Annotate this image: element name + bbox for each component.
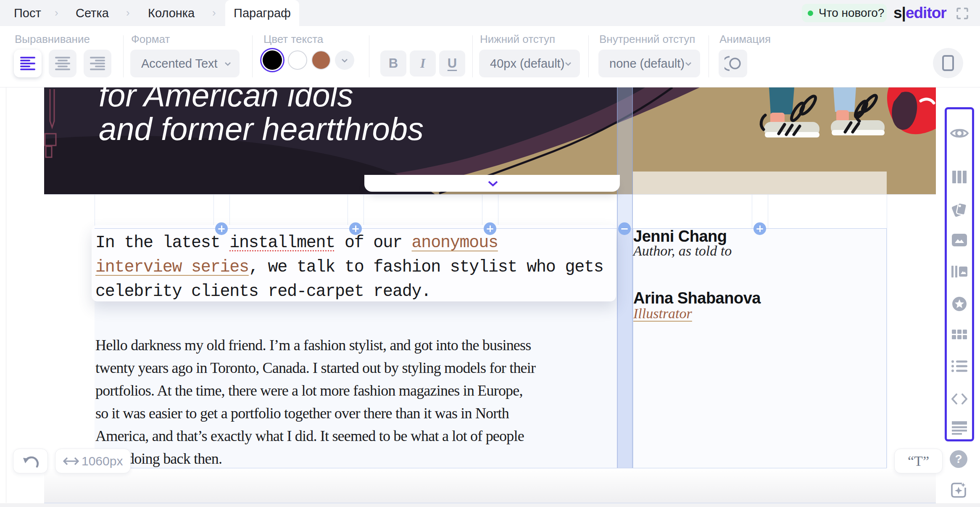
selected-column[interactable] — [633, 228, 887, 507]
chevron-right-icon: › — [212, 0, 216, 26]
hero-title-line2: and former heartthrobs — [99, 111, 424, 147]
add-column-button[interactable] — [349, 222, 362, 235]
animation-icon — [724, 56, 741, 71]
bottom-margin-label: Нижний отступ — [480, 33, 555, 46]
image-icon[interactable] — [952, 234, 967, 246]
align-center-icon — [55, 57, 70, 70]
align-left-icon — [20, 57, 35, 70]
setka-editor-logo: s|editor — [893, 0, 946, 26]
fullscreen-icon[interactable] — [956, 8, 968, 19]
width-indicator[interactable]: 1060px — [55, 449, 131, 473]
animation-label: Анимация — [719, 33, 771, 46]
chevron-right-icon: › — [55, 0, 58, 26]
author-role[interactable]: Author, as told to — [633, 243, 732, 259]
align-right-button[interactable] — [84, 50, 111, 77]
inner-padding-label: Внутренний отступ — [599, 33, 695, 46]
color-brown-swatch[interactable] — [311, 50, 331, 70]
width-arrows-icon — [63, 456, 79, 466]
chevron-down-icon — [487, 181, 498, 187]
breadcrumb-bar: Пост › Сетка › Колонка › Параграф Что но… — [0, 0, 980, 26]
color-more-button[interactable] — [335, 50, 354, 70]
paragraph-icon[interactable] — [952, 421, 967, 435]
align-center-button[interactable] — [49, 50, 76, 77]
format-dropdown[interactable]: Accented Text — [130, 50, 240, 77]
chevron-down-icon — [341, 58, 348, 63]
chevron-down-icon — [224, 62, 231, 66]
inner-padding-dropdown[interactable]: none (default) — [598, 50, 700, 77]
alignment-label: Выравнивание — [15, 33, 90, 46]
accent-paragraph-text: In the latest installment of our anonymo… — [95, 231, 603, 304]
quote-style-button[interactable]: “T” — [894, 449, 943, 473]
color-black-swatch[interactable] — [263, 50, 282, 70]
body-paragraph[interactable]: Hello darkness my old friend. I’m a fash… — [95, 334, 535, 470]
breadcrumb-grid[interactable]: Сетка — [76, 0, 109, 26]
undo-icon — [23, 455, 39, 467]
format-label: Формат — [131, 33, 170, 46]
illustrator-name[interactable]: Arina Shabanova — [633, 289, 761, 307]
add-column-button[interactable] — [484, 222, 496, 235]
whats-new-button[interactable]: Что нового? — [802, 4, 887, 22]
style-swatches-icon[interactable] — [951, 201, 967, 217]
chevron-down-icon — [685, 62, 692, 66]
editor-window: Пост › Сетка › Колонка › Параграф Что но… — [0, 0, 980, 507]
green-dot-icon — [808, 11, 813, 16]
chevron-right-icon: › — [126, 0, 130, 26]
bold-button[interactable]: B — [380, 50, 406, 77]
code-icon[interactable] — [951, 393, 968, 404]
bottom-margin-dropdown[interactable]: 40px (default) — [479, 50, 580, 77]
undo-button[interactable] — [13, 449, 48, 473]
insert-toolbar — [945, 107, 974, 441]
columns-image-icon[interactable] — [951, 266, 967, 277]
color-white-swatch[interactable] — [288, 50, 307, 70]
animation-button[interactable] — [719, 50, 747, 77]
add-column-button[interactable] — [215, 222, 228, 235]
chevron-down-icon — [565, 62, 572, 66]
help-button[interactable]: ? — [950, 450, 967, 468]
mobile-preview-button[interactable] — [933, 48, 963, 78]
post-canvas: for American idols and former heartthrob… — [0, 87, 980, 507]
list-icon[interactable] — [951, 360, 967, 372]
align-right-icon — [90, 57, 105, 70]
add-post-icon[interactable] — [950, 482, 967, 499]
phone-icon — [942, 55, 954, 71]
format-toolbar: Выравнивание Формат Accented Text Цвет т… — [0, 26, 980, 87]
text-color-label: Цвет текста — [263, 33, 323, 46]
add-column-button[interactable] — [753, 222, 766, 235]
collapsed-settings-popup[interactable] — [364, 175, 620, 192]
misspelled-word: installment — [229, 233, 335, 252]
underline-button[interactable]: U — [439, 50, 465, 77]
italic-button[interactable]: I — [410, 50, 436, 77]
illustrator-role-link[interactable]: Illustrator — [633, 306, 692, 322]
preview-eye-icon[interactable] — [950, 127, 969, 140]
favorites-icon[interactable] — [951, 296, 967, 312]
selected-paragraph[interactable]: In the latest installment of our anonymo… — [92, 225, 616, 301]
grid-gallery-icon[interactable] — [952, 330, 967, 340]
tab-paragraph[interactable]: Параграф — [225, 0, 299, 26]
hero-title-line1: for American idols — [99, 87, 353, 114]
breadcrumb-post[interactable]: Пост — [14, 0, 41, 26]
remove-column-button[interactable] — [618, 222, 631, 235]
breadcrumb-column[interactable]: Колонка — [148, 0, 195, 26]
align-left-button[interactable] — [14, 50, 42, 77]
columns-icon[interactable] — [952, 171, 967, 183]
